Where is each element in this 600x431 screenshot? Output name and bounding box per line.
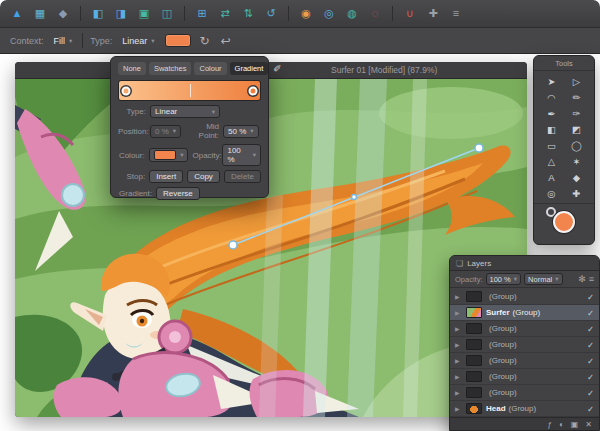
disclosure-icon[interactable]: ▶ [455,357,462,364]
node-tool[interactable]: ▷ [564,73,589,89]
reverse-gradient-icon[interactable]: ↩ [219,34,233,48]
gradient-stop-start[interactable] [122,86,131,95]
panel-menu-icon[interactable]: ≡ [589,274,594,284]
midpoint-select[interactable]: 50 % ▾ [223,125,259,138]
snapping-icon[interactable]: ∪ [402,6,418,22]
insert-inside-icon[interactable]: ◧ [90,6,106,22]
transparency-tool[interactable]: ◩ [564,121,589,137]
brush-tool[interactable]: ✑ [564,105,589,121]
layer-row-selected[interactable]: ▶ Surfer(Group) ✓ [450,305,599,321]
top-toolbar: ▲ ▦ ◆ ◧ ◨ ▣ ◫ ⊞ ⇄ ⇅ ↺ ◉ ◎ ◍ ◌ ∪ ✚ ≡ [0,0,600,28]
pencil-tool[interactable]: ✏ [564,89,589,105]
flip-vertical-icon[interactable]: ⇅ [240,6,256,22]
visibility-check-icon[interactable]: ✓ [587,388,594,398]
align-icon[interactable]: ⊞ [194,6,210,22]
insert-stop-button[interactable]: Insert [149,170,183,183]
preferences-icon[interactable]: ≡ [448,6,464,22]
disclosure-icon[interactable]: ▶ [455,309,462,316]
blend-mode-select[interactable]: Normal ▾ [524,273,562,285]
delete-stop-button[interactable]: Delete [224,170,261,183]
visibility-check-icon[interactable]: ✓ [587,356,594,366]
tab-gradient[interactable]: Gradient [230,62,269,75]
boolean-add-icon[interactable]: ◉ [298,6,314,22]
chevron-down-icon: ▾ [180,151,183,159]
disclosure-icon[interactable]: ▶ [455,293,462,300]
stop-opacity-value: 100 % [227,146,248,164]
move-tool[interactable]: ➤ [539,73,564,89]
disclosure-icon[interactable]: ▶ [455,373,462,380]
triangle-tool[interactable]: △ [539,153,564,169]
export-persona-icon[interactable]: ◆ [55,6,71,22]
visibility-check-icon[interactable]: ✓ [587,340,594,350]
boolean-divide-icon[interactable]: ◌ [367,6,383,22]
eyedropper-icon[interactable]: ✐ [273,63,281,74]
disclosure-icon[interactable]: ▶ [455,389,462,396]
layer-row[interactable]: ▶ (Group) ✓ [450,353,599,369]
ungroup-icon[interactable]: ◫ [159,6,175,22]
layer-settings-icon[interactable]: ✻ [578,274,586,284]
text-tool[interactable]: A [539,169,564,185]
tab-none[interactable]: None [118,62,146,75]
gradient-type-dropdown[interactable]: Linear ▾ [119,34,157,48]
gradient-stop-end[interactable] [248,86,257,95]
layer-thumbnail [466,291,482,302]
transform-icon[interactable]: ✚ [425,6,441,22]
visibility-check-icon[interactable]: ✓ [587,292,594,302]
effects-icon[interactable]: ƒ [547,420,551,429]
tab-swatches[interactable]: Swatches [149,62,192,75]
corner-tool[interactable]: ◠ [539,89,564,105]
position-label: Position: [118,127,146,136]
flip-horizontal-icon[interactable]: ⇄ [217,6,233,22]
colour-picker-tool[interactable]: ◆ [564,169,589,185]
gradient-editor-bar[interactable] [118,80,261,101]
pixel-persona-icon[interactable]: ▦ [32,6,48,22]
layer-opacity-select[interactable]: 100 % ▾ [486,273,522,285]
gradient-type-select[interactable]: Linear ▾ [150,105,220,118]
tools-panel: Tools ➤ ▷ ◠ ✏ ✒ ✑ ◧ ◩ ▭ ◯ △ ✶ A ◆ ◎ ✚ [533,55,595,245]
fill-colour-swatch[interactable] [165,34,191,47]
disclosure-icon[interactable]: ▶ [455,341,462,348]
layer-thumbnail [466,339,482,350]
rotate-gradient-icon[interactable]: ↻ [198,34,212,48]
boolean-subtract-icon[interactable]: ◎ [321,6,337,22]
gradient-midpoint-marker[interactable] [190,84,191,97]
midpoint-value: 50 % [228,127,246,136]
document-title: Surfer 01 [Modified] (87.9%) [15,62,527,79]
layer-row[interactable]: ▶ (Group) ✓ [450,369,599,385]
fill-tool[interactable]: ◧ [539,121,564,137]
layer-row[interactable]: ▶ (Group) ✓ [450,321,599,337]
visibility-check-icon[interactable]: ✓ [587,324,594,334]
zoom-tool[interactable]: ◎ [539,185,564,201]
layer-row[interactable]: ▶ (Group) ✓ [450,385,599,401]
designer-persona-icon[interactable]: ▲ [9,6,25,22]
layer-row[interactable]: ▶ (Group) ✓ [450,289,599,305]
stop-opacity-select[interactable]: 100 % ▾ [222,144,261,166]
layer-suffix: (Group) [509,404,537,413]
ellipse-tool[interactable]: ◯ [564,137,589,153]
position-select: 0 % ▾ [150,125,181,138]
pen-tool[interactable]: ✒ [539,105,564,121]
delete-layer-icon[interactable]: ✕ [585,420,592,429]
tab-colour[interactable]: Colour [194,62,226,75]
layer-row[interactable]: ▶ Head(Group) ✓ [450,401,599,417]
fill-colour-circle[interactable] [553,211,575,233]
copy-stop-button[interactable]: Copy [187,170,220,183]
view-tool[interactable]: ✚ [564,185,589,201]
disclosure-icon[interactable]: ▶ [455,325,462,332]
layer-row[interactable]: ▶ (Group) ✓ [450,337,599,353]
rectangle-tool[interactable]: ▭ [539,137,564,153]
disclosure-icon[interactable]: ▶ [455,405,462,412]
visibility-check-icon[interactable]: ✓ [587,372,594,382]
insert-behind-icon[interactable]: ◨ [113,6,129,22]
context-dropdown[interactable]: Fill ▾ [51,34,76,48]
visibility-check-icon[interactable]: ✓ [587,308,594,318]
group-icon[interactable]: ▣ [136,6,152,22]
star-tool[interactable]: ✶ [564,153,589,169]
stop-colour-select[interactable]: ▾ [149,148,189,162]
rotate-icon[interactable]: ↺ [263,6,279,22]
visibility-check-icon[interactable]: ✓ [587,404,594,414]
reverse-gradient-button[interactable]: Reverse [156,187,200,200]
new-layer-icon[interactable]: ▣ [571,420,579,429]
boolean-intersect-icon[interactable]: ◍ [344,6,360,22]
mask-icon[interactable]: ◐ [559,420,564,429]
